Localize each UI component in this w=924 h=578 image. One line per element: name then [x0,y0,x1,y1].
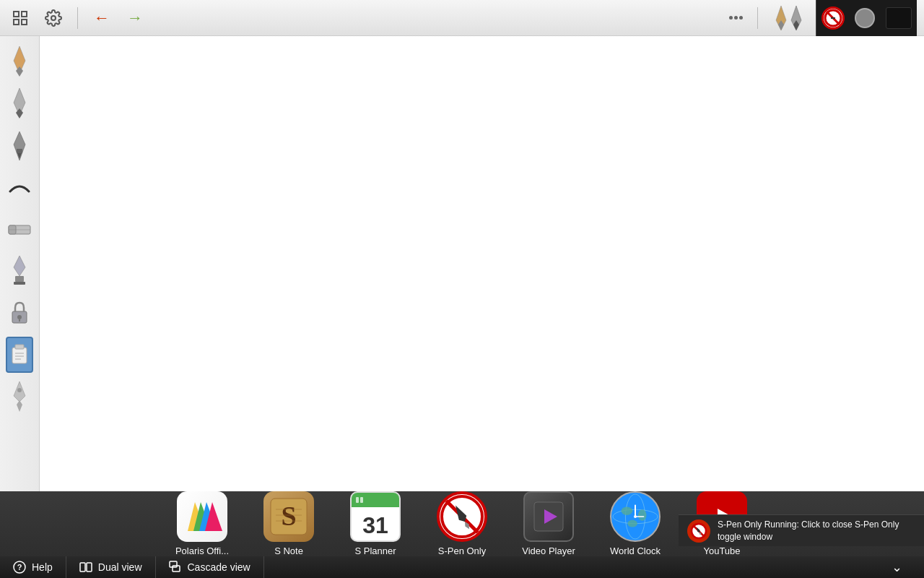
dark-rectangle [886,7,912,29]
svg-point-56 [627,520,637,527]
dot-3 [739,16,743,20]
help-button[interactable]: ? Help [0,556,66,578]
dock-item-videoplayer[interactable]: Video Player [513,491,585,556]
toolbar: ← → [0,0,924,36]
tool-sidebar [0,36,40,491]
sidebar-lock[interactable] [6,295,33,331]
sidebar-stamp[interactable] [6,253,33,289]
dock-item-polaris[interactable]: Polaris Offi... [166,491,238,556]
pen-toolbar-icon-1 [775,6,788,30]
worldclock-icon [610,491,661,542]
snote-label: S Note [274,545,303,556]
svg-rect-0 [14,12,19,17]
toolbar-divider-2 [757,7,758,29]
undo-icon: ← [94,9,110,27]
polaris-icon [177,491,227,542]
svg-rect-65 [87,563,92,571]
svg-marker-33 [17,400,22,412]
svg-rect-27 [12,348,27,363]
pen-toolbar-icon-2 [790,6,803,30]
svg-point-4 [51,16,56,20]
svg-rect-3 [22,20,27,25]
sidebar-eraser[interactable] [6,211,33,247]
svg-rect-1 [22,12,27,17]
dock-item-spen[interactable]: S-Pen Only [426,491,498,556]
spen-toolbar-badge [816,0,917,36]
dot-2 [734,16,738,20]
svg-point-54 [622,506,633,515]
spen-label: S-Pen Only [438,545,486,556]
splanner-icon: 31 [350,491,401,542]
videoplayer-icon [523,491,574,542]
splanner-date: 31 [362,512,388,539]
worldclock-label: World Clock [610,545,661,556]
bottom-bar: ? Help Dual view Cascade view ⌄ [0,556,924,578]
main-area [0,36,924,491]
scroll-down-button[interactable]: ⌄ [870,559,924,575]
sidebar-pen-1[interactable] [6,43,33,79]
sidebar-pin[interactable] [6,379,33,415]
splanner-label: S Planner [354,545,396,556]
svg-rect-64 [80,563,85,571]
grid-view-button[interactable] [7,5,33,31]
pen-toolbar-icons [769,6,808,30]
svg-rect-2 [14,20,19,25]
drawing-canvas[interactable] [40,36,924,491]
spen-prohibited-icon [821,7,845,30]
dual-view-label: Dual view [98,561,142,573]
svg-rect-23 [14,282,25,285]
spen-icon [437,491,487,542]
sidebar-pen-3[interactable] [6,127,33,163]
cascade-view-label: Cascade view [188,561,250,573]
sidebar-brush[interactable] [6,169,33,205]
more-button[interactable] [725,12,746,23]
cascade-view-button[interactable]: Cascade view [156,556,264,578]
sidebar-pen-2[interactable] [6,85,33,121]
svg-marker-21 [14,256,25,276]
svg-point-55 [638,509,647,521]
svg-rect-28 [15,345,24,349]
svg-text:S: S [281,501,296,531]
sidebar-active-tool[interactable] [6,337,33,373]
help-icon: ? [13,561,26,574]
redo-icon: → [127,9,143,27]
redo-button[interactable]: → [122,5,148,31]
notification-bar[interactable]: S-Pen Only Running: Click to close S-Pen… [679,514,924,546]
notification-icon [687,519,710,543]
polaris-label: Polaris Offi... [175,545,229,556]
chevron-down-icon: ⌄ [892,559,902,575]
notification-text: S-Pen Only Running: Click to close S-Pen… [718,519,915,543]
settings-button[interactable] [40,5,66,31]
dot-1 [729,16,733,20]
svg-text:?: ? [17,563,22,571]
dual-view-button[interactable]: Dual view [66,556,156,578]
cascade-view-icon [169,561,182,574]
videoplayer-label: Video Player [522,545,575,556]
dock-item-worldclock[interactable]: World Clock [599,491,671,556]
toggle-circle[interactable] [855,8,875,28]
svg-rect-66 [170,561,177,567]
toolbar-divider-1 [77,7,78,29]
help-label: Help [32,561,53,573]
youtube-label: YouTube [703,545,740,556]
dual-view-icon [79,561,92,574]
svg-point-25 [17,315,22,319]
undo-button[interactable]: ← [89,5,115,31]
svg-rect-22 [15,276,24,282]
svg-rect-16 [17,149,22,153]
snote-icon: S [263,491,314,542]
svg-rect-67 [173,566,180,571]
dock-item-snote[interactable]: S S Note [253,491,325,556]
svg-point-34 [17,388,22,392]
dock-item-splanner[interactable]: 31 S Planner [339,491,411,556]
toolbar-left: ← → [7,5,148,31]
